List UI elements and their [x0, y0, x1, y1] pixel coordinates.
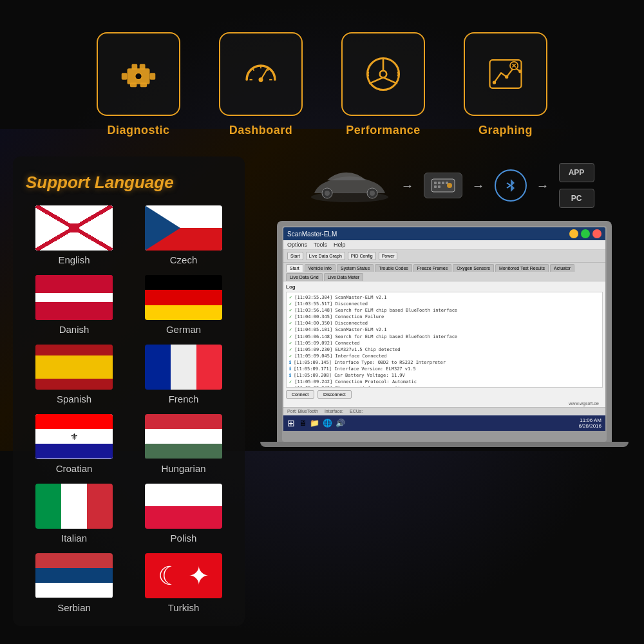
flag-german-black	[145, 275, 222, 290]
log-check-icon: ✓	[289, 354, 292, 359]
tab-monitored-test[interactable]: Monitored Test Results	[495, 264, 549, 272]
log-line: ℹ[11:05:09.171] Interface Version: ELM32…	[289, 366, 600, 372]
log-check-icon: ✓	[289, 295, 292, 301]
flag-german-gold	[145, 305, 222, 320]
tab-start[interactable]: Start	[286, 264, 303, 272]
lang-danish[interactable]: Danish	[26, 275, 122, 335]
tab-live-data-grid[interactable]: Live Data Grid	[286, 273, 323, 281]
app-tabs: Start Vehicle Info System Status Trouble…	[283, 263, 605, 281]
lang-czech[interactable]: Czech	[135, 205, 232, 265]
toolbar-pid-config[interactable]: PID Config	[348, 252, 376, 260]
log-check-icon: ✓	[289, 341, 292, 346]
log-text: [11:05:09.045] Interface Connected	[294, 354, 386, 359]
log-line: ✓[11:05:09.092] Connected	[289, 341, 600, 346]
feature-graphing[interactable]: Graphing	[464, 32, 547, 137]
flag-turkish: ☾ ✦	[145, 553, 222, 598]
minimize-button[interactable]	[569, 229, 578, 238]
log-info-icon: ℹ	[289, 360, 291, 366]
log-check-icon: ✓	[289, 327, 292, 333]
flag-french	[145, 345, 222, 390]
obd-icon	[430, 176, 456, 194]
menu-help[interactable]: Help	[334, 242, 346, 248]
flag-polish-white	[145, 484, 222, 506]
website-url: www.wgsoft.de	[283, 401, 605, 407]
feature-performance[interactable]: Performance	[341, 32, 425, 137]
log-text: [11:05:09.145] Interface Type: OBD2 to R…	[294, 360, 446, 366]
log-check-icon: ✓	[289, 386, 292, 388]
language-grid: English Czech Danish	[26, 205, 232, 613]
flag-spanish-yellow	[35, 355, 113, 379]
status-ecus: ECUs:	[350, 409, 363, 413]
menu-options[interactable]: Options	[287, 242, 307, 248]
tab-live-data-meter[interactable]: Live Data Meter	[324, 273, 363, 281]
lang-serbian[interactable]: Serbian	[26, 553, 122, 613]
laptop-outer: ScanMaster-ELM Options Tools	[277, 221, 612, 447]
svg-line-18	[369, 77, 383, 84]
tab-trouble-codes[interactable]: Trouble Codes	[375, 264, 412, 272]
right-area: → →	[258, 156, 631, 447]
log-line: ℹ[11:05:09.208] Car Battery Voltage: 11.…	[289, 373, 600, 379]
log-line: ✓[11:05:09.243] Please wait for connecti…	[289, 386, 600, 388]
close-button[interactable]	[592, 229, 601, 238]
tab-vehicle-info[interactable]: Vehicle Info	[305, 264, 336, 272]
feature-diagnostic[interactable]: Diagnostic	[97, 32, 180, 137]
performance-icon-box	[341, 32, 425, 116]
log-text: [11:04:00.345] Connection Failure	[294, 314, 384, 320]
lang-italian[interactable]: Italian	[26, 484, 122, 544]
menu-tools[interactable]: Tools	[314, 242, 327, 248]
tab-oxygen-sensors[interactable]: Oxygen Sensors	[453, 264, 494, 272]
disconnect-button[interactable]: Disconnect	[317, 390, 352, 399]
lang-german[interactable]: German	[135, 275, 232, 335]
svg-rect-35	[442, 182, 444, 184]
lang-polish[interactable]: Polish	[135, 484, 232, 544]
toolbar-start[interactable]: Start	[287, 252, 303, 260]
pc-box: PC	[559, 189, 594, 208]
lang-german-label: German	[166, 324, 201, 335]
connection-diagram: → →	[308, 163, 594, 208]
car-device-group	[308, 166, 392, 205]
log-text: [11:05:09.092] Connected	[294, 341, 359, 346]
tab-actuator[interactable]: Actuator	[550, 264, 574, 272]
log-text: [11:05:09.230] ELM327v1.5 Chip detected	[294, 347, 400, 353]
svg-rect-4	[140, 64, 146, 70]
lang-turkish[interactable]: ☾ ✦ Turkish	[135, 553, 232, 613]
flag-french-red	[196, 345, 222, 390]
taskbar-icon-2: 📁	[310, 419, 319, 428]
lang-french[interactable]: French	[135, 345, 232, 404]
action-buttons: Connect Disconnect	[286, 390, 603, 399]
log-line: ✓[11:05:09.230] ELM327v1.5 Chip detected	[289, 347, 600, 353]
feature-dashboard[interactable]: Dashboard	[219, 32, 303, 137]
log-info-icon: ℹ	[289, 366, 291, 372]
svg-line-19	[383, 77, 397, 84]
flag-hungarian-red	[145, 414, 222, 429]
dashboard-icon-box	[219, 32, 303, 116]
lang-spanish[interactable]: Spanish	[26, 345, 122, 404]
log-line: ✓[11:04:05.101] ScanMaster-ELM v2.1	[289, 327, 600, 333]
lang-czech-label: Czech	[170, 254, 198, 265]
scanmaster-window: ScanMaster-ELM Options Tools	[283, 227, 605, 431]
tab-system-status[interactable]: System Status	[337, 264, 374, 272]
log-line: ℹ[11:05:09.145] Interface Type: OBD2 to …	[289, 360, 600, 366]
lang-hungarian[interactable]: Hungarian	[135, 414, 232, 474]
taskbar-time: 11:06 AM 6/28/2016	[578, 417, 601, 429]
toolbar-power[interactable]: Power	[379, 252, 398, 260]
tab-freeze-frames[interactable]: Freeze Frames	[413, 264, 451, 272]
support-language-title: Support Language	[26, 173, 232, 193]
app-label: APP	[569, 168, 585, 177]
log-text: [11:04:05.101] ScanMaster-ELM v2.1	[294, 327, 386, 333]
flag-hungarian-white	[145, 429, 222, 444]
lang-english-label: English	[58, 254, 90, 265]
lang-english[interactable]: English	[26, 205, 122, 265]
log-text: [11:03:56.148] Search for ELM chip based…	[294, 308, 457, 314]
toolbar-live-data-graph[interactable]: Live Data Graph	[306, 252, 345, 260]
connect-button[interactable]: Connect	[286, 390, 314, 399]
app-menubar: Options Tools Help	[283, 240, 605, 250]
log-check-icon: ✓	[289, 334, 292, 340]
svg-point-29	[325, 191, 330, 196]
log-text: [11:05:09.171] Interface Version: ELM327…	[294, 366, 416, 372]
lang-croatian[interactable]: ⚜ Croatian	[26, 414, 122, 474]
log-line: ✓[11:05:06.148] Search for ELM chip base…	[289, 334, 600, 340]
start-button[interactable]: ⊞	[287, 418, 295, 428]
maximize-button[interactable]	[581, 229, 590, 238]
lang-polish-label: Polish	[171, 533, 197, 544]
